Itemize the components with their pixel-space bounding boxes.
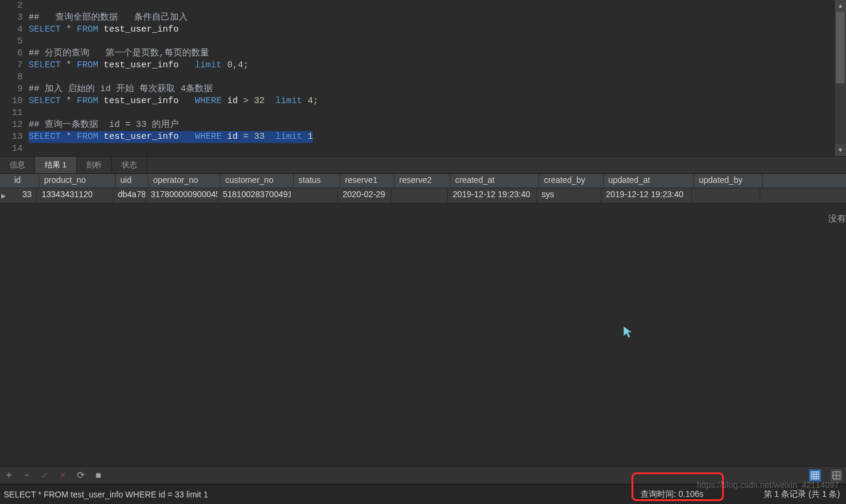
line-number: 5 [0,36,23,48]
svg-rect-0 [811,472,819,479]
cell-customer_no[interactable]: 518100283700491 [218,188,291,203]
line-number: 7 [0,60,23,71]
cell-product_no[interactable]: 13343431120 [37,188,113,203]
column-header-operator_no[interactable]: operator_no [148,174,220,188]
stop-button[interactable]: ■ [93,470,104,481]
line-number: 11 [0,107,23,119]
cell-reserve2[interactable] [392,188,448,203]
line-number: 14 [0,143,23,155]
cell-updated_at[interactable]: 2019-12-12 19:23:40 [601,188,692,203]
line-number: 8 [0,71,23,83]
column-header-reserve1[interactable]: reserve1 [340,174,394,188]
scroll-down-icon[interactable]: ▼ [835,144,846,156]
tab-status[interactable]: 状态 [112,157,147,173]
results-panel: idproduct_nouidoperator_nocustomer_nosta… [0,174,846,466]
apply-button[interactable]: ✓ [39,471,50,480]
row-marker-icon: ▶ [0,188,7,203]
column-header-id[interactable]: id [10,174,39,188]
tab-profile[interactable]: 剖析 [77,157,112,173]
results-header-row: idproduct_nouidoperator_nocustomer_nosta… [0,174,846,188]
remove-row-button[interactable]: － [21,469,32,481]
add-row-button[interactable]: ＋ [4,469,14,481]
tab-info[interactable]: 信息 [0,157,35,173]
column-header-status[interactable]: status [294,174,340,188]
column-header-customer_no[interactable]: customer_no [220,174,294,188]
line-number: 10 [0,95,23,107]
cell-id[interactable]: 33 [7,188,37,203]
line-number: 13 [0,131,23,143]
status-record-info: 第 1 条记录 (共 1 条) [764,489,840,500]
line-number: 12 [0,119,23,131]
editor-scrollbar[interactable]: ▲ ▼ [834,0,846,156]
results-toolbar: ＋ － ✓ ✕ ⟳ ■ [0,466,846,484]
side-panel-label: 没有 [828,213,846,225]
line-number: 3 [0,12,23,24]
grid-view-button[interactable] [809,469,821,481]
scroll-up-icon[interactable]: ▲ [835,0,846,12]
tab-result-1[interactable]: 结果 1 [35,157,77,173]
line-number-gutter: 2 3 4 5 6 7 8 9 10 11 12 13 14 [0,0,29,156]
column-header-product_no[interactable]: product_no [39,174,116,188]
line-number: 6 [0,48,23,60]
mouse-cursor-icon [622,325,635,338]
status-bar: SELECT * FROM test_user_info WHERE id = … [0,484,846,504]
line-number: 9 [0,83,23,95]
cell-created_at[interactable]: 2019-12-12 19:23:40 [448,188,537,203]
cell-status[interactable] [291,188,338,203]
table-row[interactable]: ▶3313343431120db4a7831780000090004551810… [0,188,846,203]
cell-uid[interactable]: db4a78 [113,188,146,203]
results-tab-row: 信息 结果 1 剖析 状态 [0,156,846,174]
column-header-updated_by[interactable]: updated_by [694,174,763,188]
column-header-updated_at[interactable]: updated_at [604,174,694,188]
line-number: 4 [0,24,23,36]
line-number: 2 [0,0,23,12]
column-header-reserve2[interactable]: reserve2 [394,174,450,188]
cell-updated_by[interactable] [692,188,760,203]
cancel-button[interactable]: ✕ [57,471,68,480]
column-header-uid[interactable]: uid [116,174,148,188]
column-header-created_at[interactable]: created_at [450,174,539,188]
sql-editor[interactable]: ## 查询全部的数据 条件自己加入SELECT * FROM test_user… [29,0,834,156]
refresh-button[interactable]: ⟳ [75,469,86,481]
status-query-time: 查询时间: 0.106s [640,489,704,500]
form-view-button[interactable] [831,469,842,481]
column-header-created_by[interactable]: created_by [539,174,604,188]
cell-reserve1[interactable]: 2020-02-29 [338,188,392,203]
status-sql-text: SELECT * FROM test_user_info WHERE id = … [0,490,208,499]
cell-operator_no[interactable]: 317800000900045 [146,188,218,203]
cell-created_by[interactable]: sys [537,188,601,203]
scroll-thumb[interactable] [836,12,845,83]
